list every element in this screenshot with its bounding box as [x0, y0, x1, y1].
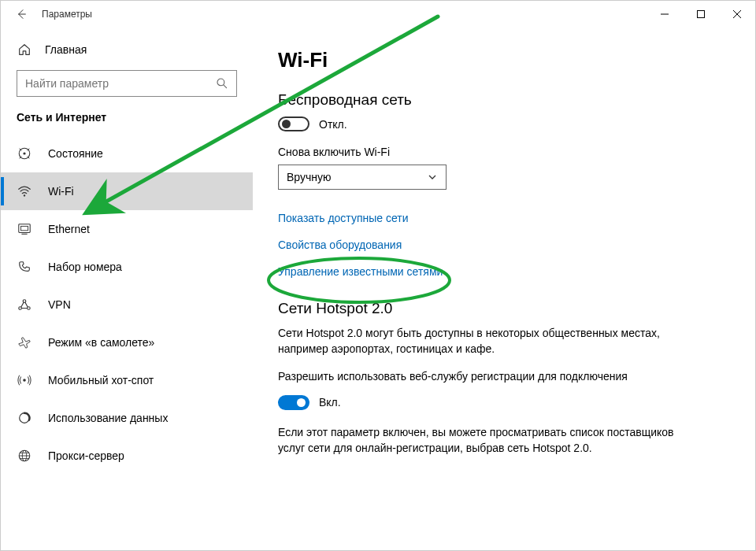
- minimize-icon: [661, 10, 669, 18]
- sidebar-item-ethernet[interactable]: Ethernet: [1, 210, 253, 248]
- sidebar-item-hotspot[interactable]: Мобильный хот-спот: [1, 361, 253, 399]
- hotspot-allow-label: Разрешить использовать веб-службу регист…: [278, 368, 687, 384]
- wifi-icon: [17, 183, 32, 199]
- svg-rect-6: [21, 226, 28, 230]
- sidebar-item-label: Прокси-сервер: [48, 449, 124, 462]
- search-input[interactable]: [24, 76, 214, 91]
- svg-rect-5: [19, 224, 30, 233]
- sidebar-item-vpn[interactable]: VPN: [1, 286, 253, 324]
- proxy-icon: [17, 448, 32, 464]
- link-available-networks[interactable]: Показать доступные сети: [278, 212, 730, 224]
- close-icon: [733, 10, 741, 18]
- ethernet-icon: [17, 221, 32, 237]
- sidebar-item-label: Использование данных: [48, 412, 168, 424]
- sidebar-item-proxy[interactable]: Прокси-сервер: [1, 437, 253, 475]
- hotspot-section-title: Сети Hotspot 2.0: [278, 300, 730, 317]
- svg-point-4: [24, 194, 25, 196]
- hotspot-description: Сети Hotspot 2.0 могут быть доступны в н…: [278, 325, 687, 357]
- minimize-button[interactable]: [647, 1, 683, 28]
- body: Главная Сеть и Интернет Состояние Wi-Fi: [1, 28, 755, 550]
- wireless-toggle[interactable]: [278, 116, 309, 131]
- back-button[interactable]: [12, 5, 31, 24]
- home-label: Главная: [45, 43, 87, 56]
- airplane-icon: [17, 335, 32, 350]
- vpn-icon: [17, 297, 32, 312]
- page-heading: Wi-Fi: [278, 48, 730, 72]
- sidebar-item-label: Мобильный хот-спот: [48, 374, 154, 386]
- settings-window: Параметры Главная Сеть и Интернет: [0, 0, 756, 551]
- hotspot-note: Если этот параметр включен, вы можете пр…: [278, 424, 687, 457]
- close-button[interactable]: [719, 1, 755, 28]
- hotspot-icon: [17, 372, 32, 388]
- sidebar: Главная Сеть и Интернет Состояние Wi-Fi: [1, 28, 253, 550]
- hotspot-toggle[interactable]: [278, 395, 309, 410]
- content-pane: Wi-Fi Беспроводная сеть Откл. Снова вклю…: [253, 28, 755, 550]
- svg-point-3: [23, 152, 25, 154]
- sidebar-item-status[interactable]: Состояние: [1, 135, 253, 172]
- titlebar: Параметры: [1, 1, 755, 28]
- svg-point-9: [23, 300, 26, 303]
- sidebar-item-label: Wi-Fi: [48, 185, 74, 198]
- link-known-networks[interactable]: Управление известными сетями: [278, 265, 730, 278]
- chevron-down-icon: [427, 172, 438, 183]
- link-hardware-props[interactable]: Свойства оборудования: [278, 239, 730, 251]
- reenable-dropdown[interactable]: Вручную: [278, 165, 447, 190]
- home-icon: [17, 42, 32, 57]
- sidebar-item-label: VPN: [48, 298, 71, 311]
- search-icon: [214, 76, 230, 91]
- sidebar-item-label: Режим «в самолете»: [48, 336, 154, 349]
- sidebar-item-label: Набор номера: [48, 261, 122, 273]
- sidebar-item-airplane[interactable]: Режим «в самолете»: [1, 324, 253, 361]
- svg-rect-0: [698, 11, 705, 18]
- wireless-toggle-label: Откл.: [319, 118, 347, 131]
- home-button[interactable]: Главная: [1, 42, 253, 70]
- status-icon: [17, 146, 32, 161]
- nav-list: Состояние Wi-Fi Ethernet Набор номера VP…: [1, 135, 253, 475]
- wireless-toggle-row: Откл.: [278, 116, 730, 131]
- svg-point-10: [23, 379, 26, 382]
- hotspot-toggle-label: Вкл.: [319, 396, 341, 409]
- hotspot-toggle-row: Вкл.: [278, 395, 730, 410]
- wireless-section-title: Беспроводная сеть: [278, 91, 730, 109]
- sidebar-item-wifi[interactable]: Wi-Fi: [1, 172, 253, 210]
- dialup-icon: [17, 259, 32, 275]
- maximize-button[interactable]: [683, 1, 719, 28]
- sidebar-item-label: Ethernet: [48, 223, 90, 235]
- sidebar-item-label: Состояние: [48, 147, 103, 160]
- window-title: Параметры: [42, 9, 92, 20]
- sidebar-item-data-usage[interactable]: Использование данных: [1, 399, 253, 437]
- data-usage-icon: [17, 410, 32, 426]
- sidebar-category: Сеть и Интернет: [1, 111, 253, 135]
- maximize-icon: [697, 10, 705, 18]
- sidebar-item-dialup[interactable]: Набор номера: [1, 248, 253, 286]
- search-box[interactable]: [17, 70, 237, 97]
- dropdown-value: Вручную: [287, 171, 427, 183]
- reenable-label: Снова включить Wi-Fi: [278, 146, 730, 158]
- window-controls: [647, 1, 755, 28]
- back-arrow-icon: [15, 8, 28, 20]
